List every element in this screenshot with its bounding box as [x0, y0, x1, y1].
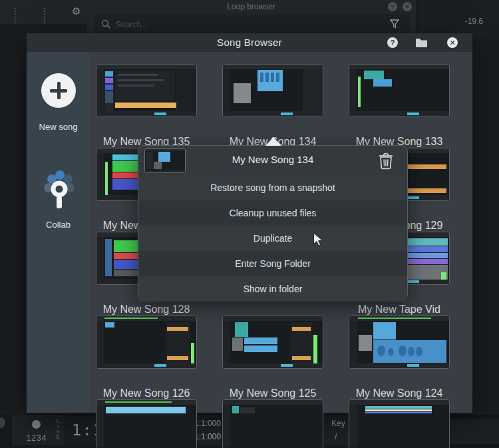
- record-dot-icon: [32, 420, 41, 429]
- collab-label: Collab: [27, 220, 90, 230]
- level-meter-panel: -19.6: [419, 0, 499, 38]
- song-thumbnail[interactable]: [349, 316, 450, 369]
- search-placeholder: Search...: [116, 20, 148, 29]
- key-label: Key: [331, 419, 345, 428]
- song-thumbnail[interactable]: [349, 399, 450, 448]
- search-input[interactable]: Search...: [93, 14, 411, 35]
- song-thumbnail[interactable]: [96, 316, 197, 369]
- close-icon[interactable]: ✕: [403, 2, 412, 11]
- menu-item-show-in-folder[interactable]: Show in folder: [138, 276, 407, 302]
- live-mode-toggle[interactable]: L I V E: [55, 419, 61, 440]
- filter-icon[interactable]: [390, 19, 399, 29]
- knob[interactable]: [0, 417, 5, 428]
- popup-arrow: [265, 137, 281, 146]
- close-icon[interactable]: ✕: [447, 37, 458, 48]
- popup-header: My New Song 134: [138, 146, 407, 175]
- song-thumbnail[interactable]: [349, 64, 450, 117]
- gear-icon[interactable]: ⚙: [72, 5, 81, 17]
- song-thumbnail[interactable]: [96, 399, 197, 448]
- kebab-menu-icon[interactable]: ⋮⋮: [11, 7, 19, 24]
- song-thumbnail[interactable]: [96, 64, 197, 117]
- menu-item-duplicate[interactable]: Duplicate: [138, 226, 407, 251]
- song-name[interactable]: My New Song 126: [83, 387, 210, 399]
- song-name[interactable]: My New Tape Vid: [336, 304, 462, 316]
- menu-item-cleanup[interactable]: Cleanup unused files: [138, 200, 407, 226]
- new-song-button[interactable]: [41, 73, 76, 108]
- count-in-label: 1234: [12, 433, 61, 443]
- song-name[interactable]: My New Song 125: [210, 387, 336, 399]
- help-icon[interactable]: ?: [388, 2, 397, 11]
- help-icon[interactable]: ?: [387, 37, 398, 48]
- app-screen: ⋮⋮ ⋮⋮ ⚙ Loop browser ? ✕ Search... -19.6…: [0, 0, 499, 448]
- song-context-menu: My New Song 134 Restore song from a snap…: [138, 145, 408, 301]
- kebab-menu-icon[interactable]: ⋮⋮: [40, 7, 49, 24]
- dialog-title: Song Browser: [27, 37, 472, 48]
- dialog-header: Song Browser ? ✕: [27, 33, 472, 52]
- mouse-cursor-icon: [313, 232, 324, 247]
- menu-item-restore[interactable]: Restore song from a snapshot: [138, 175, 407, 200]
- popup-song-title: My New Song 134: [138, 154, 407, 165]
- song-name[interactable]: My New Song 124: [336, 387, 462, 399]
- start-value[interactable]: 1:1:000: [194, 419, 221, 428]
- search-icon: [101, 19, 111, 29]
- song-thumbnail[interactable]: [222, 316, 323, 369]
- dialog-sidebar: New song Collab: [27, 52, 90, 413]
- end-value[interactable]: 1:1:000: [194, 432, 221, 441]
- new-song-label: New song: [27, 122, 90, 132]
- key-value[interactable]: /: [335, 432, 337, 441]
- loop-browser-title: Loop browser: [86, 2, 416, 11]
- folder-icon[interactable]: [415, 38, 428, 48]
- trash-icon[interactable]: [378, 152, 394, 170]
- song-thumbnail[interactable]: [222, 64, 323, 117]
- background-toolbar: ⋮⋮ ⋮⋮ ⚙: [0, 0, 86, 24]
- song-name[interactable]: My New Song 128: [83, 304, 210, 316]
- meter-readout: -19.6: [465, 17, 483, 26]
- collab-icon[interactable]: [43, 169, 74, 212]
- menu-item-enter-folder[interactable]: Enter Song Folder: [138, 251, 407, 276]
- song-thumbnail[interactable]: [222, 399, 323, 448]
